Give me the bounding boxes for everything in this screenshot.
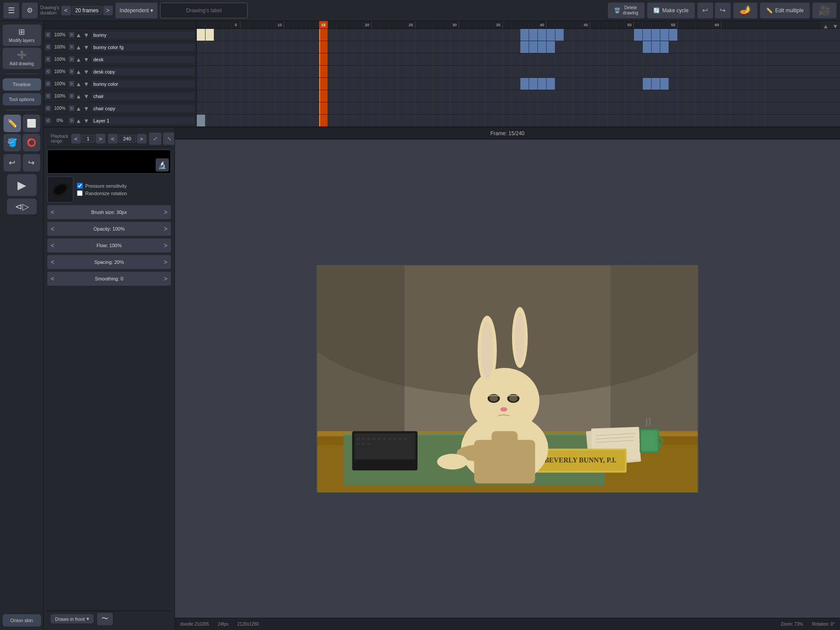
frame-cell[interactable] <box>424 115 433 126</box>
frame-cell[interactable] <box>599 53 608 65</box>
pressure-sensitivity-row[interactable]: Pressure sensitivity <box>77 183 127 189</box>
frame-cell[interactable] <box>547 90 555 102</box>
frame-cell[interactable] <box>573 66 582 77</box>
frame-cell[interactable] <box>380 53 389 65</box>
frame-cell[interactable] <box>459 115 468 126</box>
frame-cell[interactable] <box>643 41 652 53</box>
frame-cell[interactable] <box>293 90 302 102</box>
frame-cell[interactable] <box>547 115 555 126</box>
frame-cell[interactable] <box>503 53 512 65</box>
frame-cell[interactable] <box>240 41 249 53</box>
frame-cell[interactable] <box>485 29 494 41</box>
frame-cell[interactable] <box>415 41 424 53</box>
layer-pct-inc[interactable]: > <box>69 56 74 62</box>
frame-cell[interactable] <box>363 66 372 77</box>
frame-cell[interactable] <box>223 78 232 90</box>
frame-cell[interactable] <box>739 78 748 90</box>
frame-cell[interactable] <box>529 115 538 126</box>
frame-cell[interactable] <box>721 102 730 114</box>
layer-row[interactable]: < 0% > ▲ ▼ <box>44 115 840 127</box>
opacity-dec[interactable]: < <box>50 225 55 232</box>
canvas-container[interactable]: BEVERLY BUNNY, P.I. <box>175 140 840 618</box>
frame-cell[interactable] <box>345 78 354 90</box>
frame-cell[interactable] <box>494 78 503 90</box>
frame-cell[interactable] <box>713 53 721 65</box>
frame-cell[interactable] <box>337 115 345 126</box>
frame-cell[interactable] <box>197 90 206 102</box>
frame-cell[interactable] <box>354 115 363 126</box>
frame-cell[interactable] <box>398 78 407 90</box>
frame-cell[interactable] <box>206 66 214 77</box>
frame-cell[interactable] <box>214 90 223 102</box>
frame-cell[interactable] <box>415 66 424 77</box>
frame-cell[interactable] <box>337 66 345 77</box>
frame-cell[interactable] <box>249 78 258 90</box>
edit-multiple-button[interactable]: ✏️ Edit multiple <box>760 3 810 18</box>
layer-arrow-down[interactable]: ▼ <box>83 56 90 63</box>
frame-cell[interactable] <box>538 102 547 114</box>
frame-cell[interactable] <box>363 53 372 65</box>
frame-cell[interactable] <box>582 53 590 65</box>
frame-cell[interactable] <box>319 90 328 102</box>
frame-cell[interactable] <box>459 90 468 102</box>
frame-cell[interactable] <box>547 102 555 114</box>
range-start-dec[interactable]: < <box>71 134 81 144</box>
frame-cell[interactable] <box>319 53 328 65</box>
frame-cell[interactable] <box>538 29 547 41</box>
frame-cell[interactable] <box>442 115 450 126</box>
frame-cell[interactable] <box>756 115 765 126</box>
frame-cell[interactable] <box>214 115 223 126</box>
frame-cell[interactable] <box>660 78 669 90</box>
frame-cell[interactable] <box>634 102 643 114</box>
frame-cell[interactable] <box>302 102 310 114</box>
frame-cell[interactable] <box>538 115 547 126</box>
frame-cell[interactable] <box>564 115 573 126</box>
frame-cell[interactable] <box>240 115 249 126</box>
frame-cell[interactable] <box>573 41 582 53</box>
frame-cell[interactable] <box>756 41 765 53</box>
frame-cell[interactable] <box>520 41 529 53</box>
frame-cell[interactable] <box>643 53 652 65</box>
frame-cell[interactable] <box>223 115 232 126</box>
frame-cell[interactable] <box>590 90 599 102</box>
frame-cell[interactable] <box>310 53 319 65</box>
frame-cell[interactable] <box>538 66 547 77</box>
frame-cell[interactable] <box>503 78 512 90</box>
layer-pct-dec[interactable]: < <box>45 32 51 38</box>
layer-arrow-down[interactable]: ▼ <box>83 32 90 38</box>
frame-cell[interactable] <box>564 41 573 53</box>
frame-cell[interactable] <box>310 102 319 114</box>
frame-cell[interactable] <box>643 66 652 77</box>
frame-cell[interactable] <box>485 41 494 53</box>
frame-cell[interactable] <box>573 115 582 126</box>
frame-cell[interactable] <box>214 53 223 65</box>
frame-cell[interactable] <box>293 102 302 114</box>
frame-cell[interactable] <box>538 41 547 53</box>
frame-cell[interactable] <box>372 78 380 90</box>
frame-cell[interactable] <box>372 41 380 53</box>
frame-cell[interactable] <box>284 53 293 65</box>
frame-cell[interactable] <box>328 78 337 90</box>
frame-cell[interactable] <box>468 115 477 126</box>
flow-dec[interactable]: < <box>50 242 55 249</box>
frame-cell[interactable] <box>380 115 389 126</box>
frame-cell[interactable] <box>267 115 275 126</box>
frame-cell[interactable] <box>748 53 756 65</box>
frame-cell[interactable] <box>328 29 337 41</box>
frame-cell[interactable] <box>249 53 258 65</box>
frame-cell[interactable] <box>424 90 433 102</box>
frame-cell[interactable] <box>389 66 398 77</box>
frame-cell[interactable] <box>372 90 380 102</box>
frame-cell[interactable] <box>625 102 634 114</box>
frame-cell[interactable] <box>389 41 398 53</box>
frame-cell[interactable] <box>660 29 669 41</box>
frame-cell[interactable] <box>380 78 389 90</box>
frame-cell[interactable] <box>345 102 354 114</box>
frame-cell[interactable] <box>485 102 494 114</box>
frame-cell[interactable] <box>433 66 442 77</box>
frame-cell[interactable] <box>284 90 293 102</box>
layer-arrow-up[interactable]: ▲ <box>75 117 82 124</box>
frame-cell[interactable] <box>564 66 573 77</box>
frame-cell[interactable] <box>748 66 756 77</box>
frame-cell[interactable] <box>407 66 415 77</box>
